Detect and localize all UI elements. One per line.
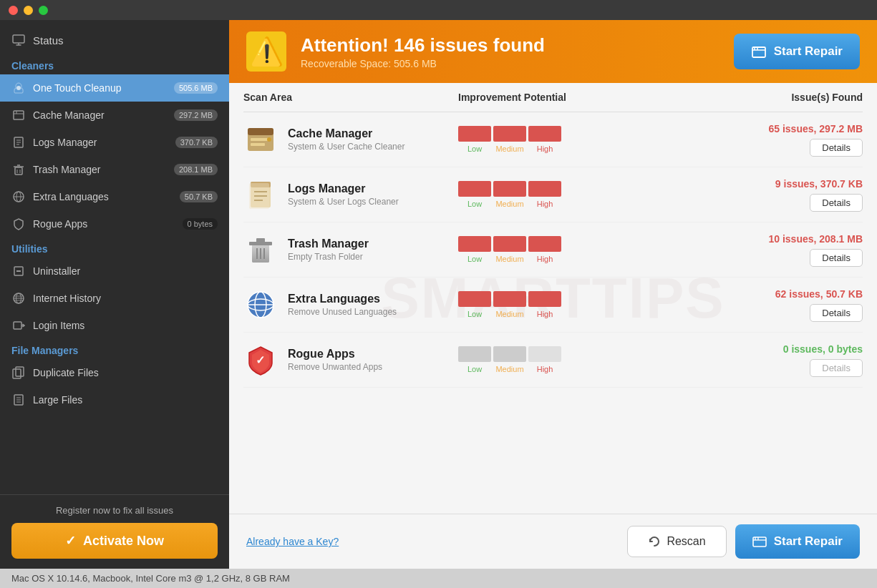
monitor-icon [11, 33, 26, 47]
svg-rect-41 [251, 143, 265, 146]
close-button[interactable] [9, 6, 18, 15]
svg-rect-0 [13, 35, 24, 43]
extra-languages-issues: 62 issues, 50.7 KB [775, 288, 863, 300]
cache-manager-name: Cache Manager [288, 127, 404, 140]
header-scan-area: Scan Area [243, 92, 458, 103]
sidebar-item-label: One Touch Cleanup [33, 82, 122, 94]
sidebar-badge: 208.1 MB [174, 164, 218, 175]
logs-icon [11, 135, 26, 150]
alert-subtitle: Recoverable Space: 505.6 MB [301, 58, 719, 69]
sidebar-badge-dark: 0 bytes [183, 218, 218, 230]
trash-manager-desc: Empty Trash Folder [288, 252, 369, 262]
rogue-apps-desc: Remove Unwanted Apps [288, 362, 382, 372]
rescan-button[interactable]: Rescan [627, 526, 726, 557]
extra-languages-details-button[interactable]: Details [810, 304, 863, 322]
large-files-icon [11, 393, 26, 407]
table-header: Scan Area Improvement Potential Issue(s)… [243, 83, 863, 112]
sidebar-item-trash-manager[interactable]: Trash Manager 208.1 MB [0, 156, 229, 183]
table-row: Trash Manager Empty Trash Folder Low Med… [243, 222, 863, 278]
sidebar-item-label: Trash Manager [33, 164, 100, 175]
trash-manager-details-button[interactable]: Details [810, 249, 863, 267]
start-repair-label-bottom: Start Repair [774, 534, 843, 549]
sidebar-item-label: Uninstaller [33, 265, 80, 277]
sidebar-item-label: Logs Manager [33, 137, 97, 148]
table-area: SMARTTIPS Scan Area Improvement Potentia… [229, 83, 877, 514]
activate-label: Activate Now [83, 534, 164, 549]
svg-rect-48 [249, 183, 269, 209]
sidebar-badge: 505.6 MB [174, 82, 218, 94]
rogue-apps-issues: 0 issues, 0 bytes [783, 343, 863, 355]
svg-rect-28 [13, 369, 21, 378]
sidebar-item-label: Internet History [33, 293, 101, 304]
login-icon [11, 318, 26, 333]
logs-manager-icon [243, 177, 278, 212]
file-managers-section-label: File Managers [0, 339, 229, 359]
sidebar-item-label: Extra Languages [33, 191, 109, 202]
cleaners-section-label: Cleaners [0, 54, 229, 74]
logs-manager-details-button[interactable]: Details [810, 194, 863, 212]
extra-languages-desc: Remove Unused Languages [288, 307, 397, 317]
titlebar [0, 0, 877, 20]
activate-now-button[interactable]: ✓ Activate Now [11, 523, 218, 559]
status-bar-text: Mac OS X 10.14.6, Macbook, Intel Core m3… [11, 573, 290, 584]
sidebar-item-cache-manager[interactable]: Cache Manager 297.2 MB [0, 102, 229, 129]
already-have-key-link[interactable]: Already have a Key? [246, 536, 339, 547]
repair-icon [751, 44, 767, 59]
alert-title: Attention! 146 issues found [301, 34, 719, 57]
sidebar-item-label: Cache Manager [33, 109, 105, 121]
cache-manager-details-button[interactable]: Details [810, 139, 863, 157]
minimize-button[interactable] [24, 6, 33, 15]
rescan-label: Rescan [667, 535, 705, 548]
sidebar-item-uninstaller[interactable]: Uninstaller [0, 258, 229, 285]
sidebar-item-label: Login Items [33, 320, 84, 331]
rogue-apps-name: Rogue Apps [288, 348, 382, 361]
trash-manager-name: Trash Manager [288, 237, 369, 250]
extra-languages-progress: Low Medium High [458, 291, 705, 318]
start-repair-button-top[interactable]: Start Repair [734, 34, 860, 69]
maximize-button[interactable] [39, 6, 48, 15]
sidebar-item-label: Large Files [33, 394, 82, 406]
warning-icon: ⚠️ [246, 31, 286, 72]
rogue-apps-details-button[interactable]: Details [810, 359, 863, 377]
sidebar-item-status[interactable]: Status [0, 26, 229, 54]
logs-manager-issues: 9 issues, 370.7 KB [775, 178, 863, 190]
extra-languages-name: Extra Languages [288, 293, 397, 305]
sidebar-item-large-files[interactable]: Large Files [0, 386, 229, 413]
table-row: Logs Manager System & User Logs Cleaner … [243, 167, 863, 222]
svg-point-3 [16, 86, 21, 90]
header-improvement: Improvement Potential [458, 92, 705, 103]
shield-icon [11, 217, 26, 231]
svg-rect-29 [16, 367, 24, 376]
sidebar-item-internet-history[interactable]: Internet History [0, 285, 229, 312]
cache-manager-issues: 65 issues, 297.2 MB [768, 123, 863, 134]
trash-manager-icon [243, 232, 278, 267]
svg-rect-11 [15, 167, 22, 175]
logs-manager-desc: System & User Logs Cleaner [288, 197, 399, 207]
sidebar-item-extra-languages[interactable]: Extra Languages 50.7 KB [0, 183, 229, 210]
start-repair-button-bottom[interactable]: Start Repair [735, 524, 860, 559]
svg-rect-52 [256, 238, 265, 242]
globe-icon [11, 190, 26, 204]
history-icon [11, 291, 26, 305]
start-repair-label-top: Start Repair [774, 44, 843, 59]
trash-manager-issues: 10 issues, 208.1 MB [768, 233, 863, 245]
sidebar-item-duplicate-files[interactable]: Duplicate Files [0, 359, 229, 386]
repair-icon-bottom [752, 534, 767, 549]
extra-languages-icon [243, 288, 278, 322]
sidebar-badge: 297.2 MB [174, 109, 218, 121]
sidebar-item-logs-manager[interactable]: Logs Manager 370.7 KB [0, 129, 229, 156]
sidebar-badge: 50.7 KB [180, 191, 218, 202]
cache-manager-progress: Low Medium High [458, 126, 705, 153]
touch-icon [11, 81, 26, 95]
checkmark-icon: ✓ [65, 533, 76, 549]
sidebar-item-one-touch-cleanup[interactable]: One Touch Cleanup 505.6 MB [0, 74, 229, 102]
svg-point-42 [267, 137, 271, 142]
sidebar-item-login-items[interactable]: Login Items [0, 312, 229, 339]
cache-manager-icon [243, 122, 278, 157]
sidebar-item-label: Rogue Apps [33, 218, 87, 230]
status-bar: Mac OS X 10.14.6, Macbook, Intel Core m3… [0, 569, 877, 588]
cache-manager-desc: System & User Cache Cleaner [288, 142, 404, 152]
sidebar-item-rogue-apps[interactable]: Rogue Apps 0 bytes [0, 210, 229, 237]
uninstaller-icon [11, 264, 26, 278]
sidebar-status-label: Status [33, 34, 64, 46]
